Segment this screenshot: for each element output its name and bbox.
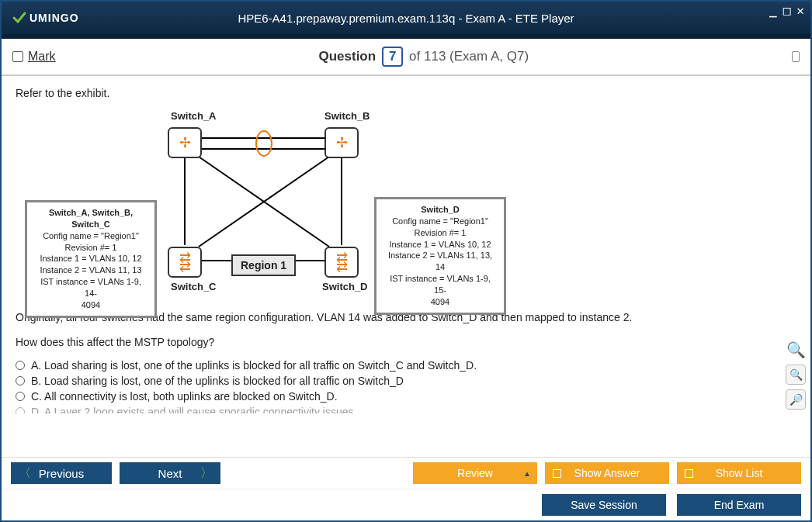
exhibit-diagram: Switch_A Switch_B Switch_C Switch_D ✢ ✢ … bbox=[16, 105, 606, 299]
header-right-box bbox=[792, 51, 800, 62]
minimize-icon[interactable]: _ bbox=[768, 3, 779, 18]
option-a-radio[interactable] bbox=[16, 361, 25, 370]
label-switch-c: Switch_C bbox=[171, 281, 217, 292]
brand-logo: UMINGO bbox=[11, 9, 79, 26]
option-b-text: B. Load sharing is lost, one of the upli… bbox=[31, 375, 404, 387]
save-session-button[interactable]: Save Session bbox=[542, 494, 666, 516]
region-label: Region 1 bbox=[231, 254, 296, 276]
next-button[interactable]: Next〉 bbox=[120, 462, 220, 484]
config-box-left: Switch_A, Switch_B, Switch_C Config name… bbox=[25, 200, 157, 318]
mark-label[interactable]: Mark bbox=[28, 50, 56, 64]
brand-text: UMINGO bbox=[29, 12, 79, 24]
option-c-text: C. All connectivity is lost, both uplink… bbox=[31, 390, 338, 403]
search-icon[interactable]: 🔍 bbox=[786, 340, 806, 360]
option-b-radio[interactable] bbox=[16, 376, 25, 385]
answer-options: A. Load sharing is lost, one of the upli… bbox=[16, 359, 796, 413]
label-switch-b: Switch_B bbox=[324, 110, 370, 122]
zoom-in-icon[interactable]: 🔍 bbox=[786, 365, 806, 385]
footer-nav: 〈Previous Next〉 Review▲ Show Answer Show… bbox=[2, 457, 810, 489]
label-switch-a: Switch_A bbox=[171, 110, 217, 122]
review-button[interactable]: Review▲ bbox=[413, 462, 537, 484]
end-exam-button[interactable]: End Exam bbox=[677, 494, 801, 516]
titlebar: UMINGO HPE6-A41.prepaway.premium.exam.11… bbox=[2, 2, 810, 39]
svg-point-2 bbox=[256, 131, 272, 156]
mark-checkbox[interactable] bbox=[12, 51, 23, 62]
content-area: Refer to the exhibit. Switch_A Switch_B … bbox=[2, 76, 810, 457]
option-c-radio[interactable] bbox=[16, 392, 25, 401]
zoom-out-icon[interactable]: 🔎 bbox=[786, 389, 806, 410]
question-number-input[interactable]: 7 bbox=[382, 47, 403, 67]
question-para-2: How does this affect the MSTP topology? bbox=[16, 335, 796, 351]
previous-button[interactable]: 〈Previous bbox=[11, 462, 112, 484]
refer-text: Refer to the exhibit. bbox=[16, 87, 796, 99]
switch-c-icon: ⇄⇄ bbox=[168, 247, 202, 278]
option-a-text: A. Load sharing is lost, one of the upli… bbox=[31, 359, 477, 372]
option-d-radio[interactable] bbox=[16, 407, 25, 413]
option-d-text: D. A Layer 2 loop exists and will cause … bbox=[31, 406, 356, 413]
show-answer-button[interactable]: Show Answer bbox=[545, 462, 669, 484]
label-switch-d: Switch_D bbox=[322, 281, 368, 292]
window-title: HPE6-A41.prepaway.premium.exam.113q - Ex… bbox=[238, 12, 574, 25]
show-list-button[interactable]: Show List bbox=[677, 462, 801, 484]
question-header: Mark Question 7 of 113 (Exam A, Q7) bbox=[2, 39, 810, 76]
question-suffix: of 113 (Exam A, Q7) bbox=[409, 49, 529, 64]
footer-actions: Save Session End Exam bbox=[2, 489, 810, 520]
switch-a-icon: ✢ bbox=[168, 127, 202, 158]
switch-b-icon: ✢ bbox=[324, 127, 359, 158]
close-icon[interactable]: ✕ bbox=[795, 3, 806, 18]
question-word: Question bbox=[318, 49, 376, 64]
maximize-icon[interactable]: □ bbox=[782, 3, 793, 18]
config-box-right: Switch_D Config name = "Region1" Revisio… bbox=[374, 197, 506, 315]
switch-d-icon: ⇄⇄ bbox=[324, 247, 359, 278]
